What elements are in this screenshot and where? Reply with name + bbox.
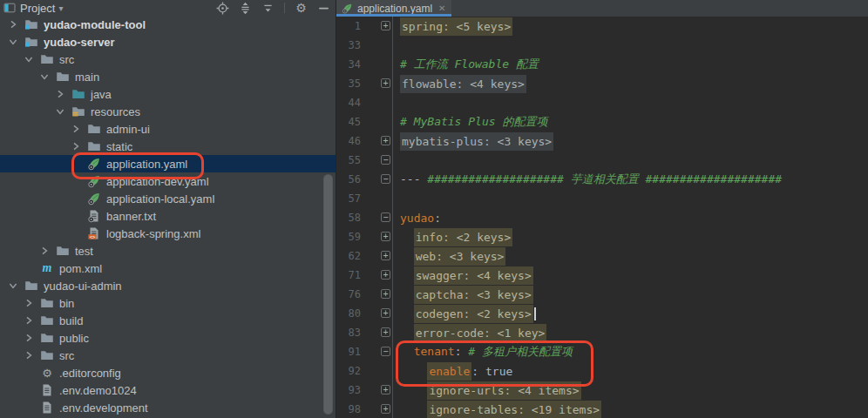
- code-line-93[interactable]: 93+ignore-urls: <4 items>: [336, 381, 868, 400]
- line-number: 44: [336, 97, 361, 109]
- fold-expand-icon[interactable]: +: [381, 308, 390, 318]
- chevron-right-icon[interactable]: [7, 18, 19, 30]
- tree-item-logback-spring.xml[interactable]: <>logback-spring.xml: [0, 225, 336, 242]
- fold-collapse-icon[interactable]: −: [381, 347, 390, 356]
- code-line-91[interactable]: 91−tenant: # 多租户相关配置项: [336, 342, 868, 361]
- fold-collapse-icon[interactable]: −: [381, 174, 390, 184]
- gutter: −: [361, 170, 400, 189]
- code-text: ignore-urls: <4 items>: [427, 384, 580, 397]
- fold-expand-icon[interactable]: +: [381, 327, 390, 337]
- code-line-35[interactable]: 35+flowable: <4 keys>: [336, 74, 868, 93]
- tree-item-yudao-server[interactable]: yudao-server: [0, 33, 336, 51]
- line-number: 33: [336, 39, 361, 51]
- tree-item-yudao-ui-admin[interactable]: yudao-ui-admin: [0, 277, 336, 294]
- code-line-62[interactable]: 62+web: <3 keys>: [336, 246, 868, 266]
- tab-title: application.yaml: [357, 3, 432, 15]
- tree-item-bin[interactable]: bin: [0, 294, 336, 312]
- tree-item-.env.development[interactable]: .env.development: [0, 399, 336, 416]
- line-number: 45: [336, 116, 361, 128]
- line-number: 35: [336, 78, 361, 90]
- tree-item-label: static: [106, 140, 132, 153]
- code-line-45[interactable]: 45# MyBatis Plus 的配置项: [336, 112, 868, 131]
- code-line-83[interactable]: 83+error-code: <1 key>: [336, 323, 868, 342]
- fold-expand-icon[interactable]: +: [381, 251, 390, 260]
- fold-expand-icon[interactable]: +: [381, 270, 390, 280]
- tab-application-yaml[interactable]: application.yaml ✕: [336, 0, 451, 17]
- chevron-right-icon[interactable]: [23, 297, 35, 309]
- tree-item-.editorconfig[interactable]: ⚙.editorconfig: [0, 364, 336, 381]
- tree-item-banner.txt[interactable]: banner.txt: [0, 207, 336, 225]
- code-line-1[interactable]: 1+spring: <5 keys>: [336, 17, 868, 36]
- close-icon[interactable]: ✕: [438, 4, 445, 13]
- code-line-55[interactable]: 55−: [336, 151, 868, 170]
- code-line-80[interactable]: 80+codegen: <2 keys>: [336, 304, 868, 323]
- fold-expand-icon[interactable]: +: [381, 385, 390, 394]
- tree-item-pom.xml[interactable]: mpom.xml: [0, 260, 336, 277]
- tree-item-resources[interactable]: resources: [0, 103, 336, 120]
- chevron-right-icon[interactable]: [23, 314, 35, 327]
- tree-item-yudao-module-tool[interactable]: yudao-module-tool: [0, 16, 336, 33]
- code-segment: swagger: <4 keys>: [414, 266, 533, 285]
- code-text: spring: <5 keys>: [400, 20, 512, 33]
- locate-icon[interactable]: [216, 2, 229, 15]
- fold-collapse-icon[interactable]: −: [381, 212, 390, 222]
- code-line-98[interactable]: 98+ignore-tables: <19 items>: [336, 400, 868, 418]
- code-line-56[interactable]: 56−--- #################### 芋道相关配置 #####…: [336, 170, 868, 189]
- code-text: enable: true: [427, 365, 512, 378]
- tree-item-build[interactable]: build: [0, 312, 336, 329]
- code-line-92[interactable]: 92enable: true: [336, 361, 868, 381]
- fold-collapse-icon[interactable]: −: [381, 155, 390, 165]
- chevron-right-icon[interactable]: [54, 88, 66, 100]
- chevron-right-icon[interactable]: [23, 349, 35, 361]
- chevron-down-icon[interactable]: [23, 53, 35, 65]
- code-line-57[interactable]: 57: [336, 189, 868, 208]
- text-gear-icon: [87, 209, 101, 223]
- code-line-44[interactable]: 44: [336, 93, 868, 112]
- tree-item-application-dev.yaml[interactable]: application-dev.yaml: [0, 172, 336, 190]
- fold-expand-icon[interactable]: +: [381, 232, 390, 241]
- svg-text:<>: <>: [90, 234, 96, 239]
- tree-item-src[interactable]: src: [0, 51, 336, 68]
- settings-icon[interactable]: ⚙: [295, 2, 308, 15]
- chevron-right-icon[interactable]: [70, 123, 82, 135]
- chevron-down-icon[interactable]: [38, 71, 51, 83]
- tree-item-src[interactable]: src: [0, 347, 336, 364]
- tree-item-.env.demo1024[interactable]: .env.demo1024: [0, 381, 336, 399]
- chevron-right-icon[interactable]: [70, 140, 82, 152]
- expand-all-icon[interactable]: [239, 2, 252, 15]
- code-line-76[interactable]: 76+captcha: <3 keys>: [336, 285, 868, 304]
- tree-item-java[interactable]: java: [0, 85, 336, 103]
- tree-item-application-local.yaml[interactable]: application-local.yaml: [0, 190, 336, 207]
- code-line-33[interactable]: 33: [336, 36, 868, 55]
- tree-item-static[interactable]: static: [0, 138, 336, 155]
- line-number: 93: [336, 384, 361, 396]
- tree-item-admin-ui[interactable]: admin-ui: [0, 120, 336, 138]
- code-view[interactable]: 1+spring: <5 keys>3334# 工作流 Flowable 配置3…: [336, 17, 868, 418]
- tree-item-test[interactable]: test: [0, 242, 336, 260]
- fold-expand-icon[interactable]: +: [381, 21, 390, 30]
- code-line-59[interactable]: 59+info: <2 keys>: [336, 227, 868, 246]
- tree-item-main[interactable]: main: [0, 68, 336, 85]
- gear-file-icon: ⚙: [40, 366, 54, 380]
- fold-expand-icon[interactable]: +: [381, 289, 390, 299]
- hide-icon[interactable]: [317, 2, 330, 15]
- folder-icon: [40, 296, 54, 310]
- chevron-down-icon[interactable]: [7, 36, 19, 48]
- tree-item-public[interactable]: public: [0, 329, 336, 347]
- code-line-34[interactable]: 34# 工作流 Flowable 配置: [336, 55, 868, 74]
- chevron-down-icon[interactable]: [7, 280, 19, 292]
- chevron-right-icon[interactable]: [38, 245, 51, 257]
- chevron-down-icon[interactable]: [54, 105, 66, 118]
- tree-item-application.yaml[interactable]: application.yaml: [0, 155, 336, 172]
- chevron-right-icon[interactable]: [23, 332, 35, 344]
- fold-expand-icon[interactable]: +: [381, 404, 390, 414]
- chevron-down-icon[interactable]: ▾: [58, 3, 63, 13]
- fold-expand-icon[interactable]: +: [381, 136, 390, 145]
- code-line-46[interactable]: 46+mybatis-plus: <3 keys>: [336, 131, 868, 151]
- code-line-71[interactable]: 71+swagger: <4 keys>: [336, 266, 868, 285]
- collapse-all-icon[interactable]: [261, 2, 275, 15]
- code-line-58[interactable]: 58−yudao:: [336, 208, 868, 227]
- tree-item-label: build: [59, 314, 83, 327]
- fold-expand-icon[interactable]: +: [381, 78, 390, 88]
- tree-scrollbar[interactable]: [323, 174, 333, 415]
